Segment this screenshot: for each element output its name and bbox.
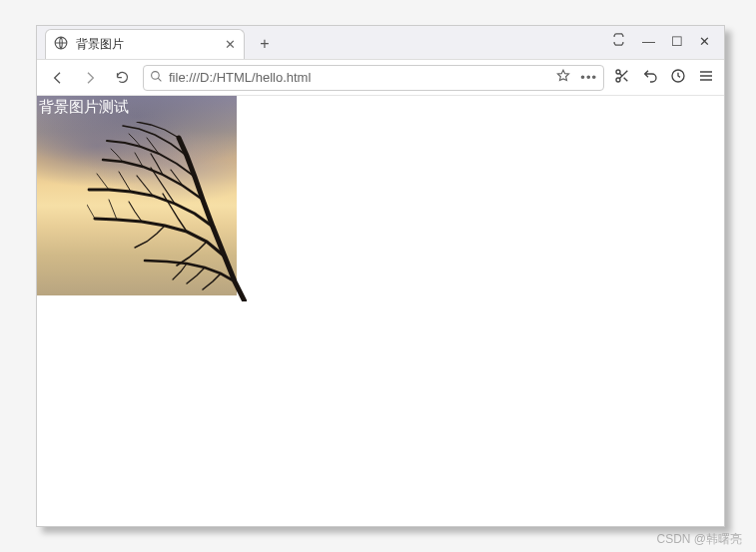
tab-title: 背景图片 (76, 36, 124, 53)
toolbar-right-icons (614, 68, 714, 87)
window-controls: — ☐ ✕ (611, 26, 720, 56)
reload-button[interactable] (111, 67, 133, 89)
svg-point-3 (616, 78, 620, 82)
globe-icon (54, 36, 68, 53)
scissors-icon[interactable] (614, 68, 630, 87)
page-viewport: 背景图片测试 (37, 96, 724, 526)
close-window-button[interactable]: ✕ (699, 34, 710, 49)
more-icon[interactable]: ••• (580, 70, 597, 85)
url-bar[interactable]: file:///D:/HTML/hello.html ••• (143, 65, 604, 91)
browser-window: 背景图片 ✕ + — ☐ ✕ file:// (36, 25, 725, 527)
tree-silhouette (87, 122, 247, 301)
menu-icon[interactable] (698, 68, 714, 87)
new-tab-button[interactable]: + (251, 30, 279, 58)
background-image-demo: 背景图片测试 (37, 96, 237, 295)
screenshot-icon[interactable] (611, 32, 626, 50)
bg-demo-label: 背景图片测试 (39, 98, 129, 115)
minimize-button[interactable]: — (642, 34, 655, 49)
browser-tab[interactable]: 背景图片 ✕ (45, 29, 245, 59)
tab-strip: 背景图片 ✕ + — ☐ ✕ (37, 26, 724, 60)
watermark: CSDN @韩曙亮 (656, 531, 742, 548)
history-icon[interactable] (670, 68, 686, 87)
forward-button[interactable] (79, 67, 101, 89)
svg-point-1 (152, 71, 160, 79)
url-text: file:///D:/HTML/hello.html (169, 70, 550, 85)
back-button[interactable] (47, 67, 69, 89)
maximize-button[interactable]: ☐ (671, 34, 683, 49)
bookmark-star-icon[interactable] (556, 69, 570, 86)
tab-close-icon[interactable]: ✕ (225, 37, 236, 52)
svg-point-2 (616, 70, 620, 74)
toolbar: file:///D:/HTML/hello.html ••• (37, 60, 724, 96)
undo-icon[interactable] (642, 68, 658, 87)
search-icon (150, 70, 163, 86)
